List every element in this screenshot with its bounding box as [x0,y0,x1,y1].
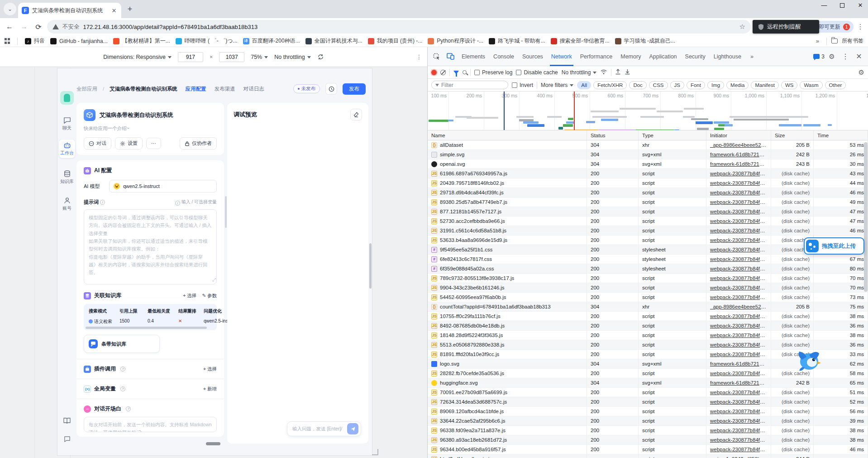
devtools-scrollbar[interactable] [864,142,868,292]
history-button[interactable] [325,83,337,95]
initiator-link[interactable]: webpack-230877b84f0c6e7c.js [710,228,767,233]
network-throttling-select[interactable]: No throttling [562,69,597,76]
variables-add-action[interactable]: + 新增 [203,386,217,392]
network-row[interactable]: {}allDataset304xhr_app-8986ee4beee52326.… [428,140,868,150]
user-avatar[interactable] [60,91,74,105]
network-row[interactable]: #6fe82413c6c7817f.css200stylesheetwebpac… [428,255,868,264]
filter-pill-media[interactable]: Media [726,81,749,89]
bookmark-item[interactable]: GitHub - fanjianha... [48,38,110,44]
browser-tab[interactable]: F 艾滋病条带检测自动识别系统 ✕ [18,3,121,18]
filter-pill-all[interactable]: All [577,81,591,89]
sidebar-item-robot[interactable]: 工作台 [59,140,75,158]
filter-pill-css[interactable]: CSS [649,81,668,89]
network-overview-waterfall[interactable]: 100 ms200 ms300 ms400 ms500 ms600 ms700 … [428,92,868,130]
network-row[interactable]: JS789c9732-805513f8e3938c17.js200scriptw… [428,274,868,283]
filter-pill-other[interactable]: Other [825,81,846,89]
initiator-link[interactable]: webpack-230877b84f0c6e7c.js [710,428,767,433]
address-bar[interactable]: 不安全 172.21.48.16:3000/app/detail?appId=6… [47,20,751,34]
bookmark-item[interactable]: 我的项目 (贵州) -... [365,37,425,45]
zoom-select[interactable]: 75% [251,54,268,60]
bookmarks-overflow-chevron[interactable]: » [813,38,822,44]
import-har-icon[interactable] [615,68,621,76]
bookmark-item[interactable]: 学习猿地 -成就自己... [612,37,678,45]
maximize-button[interactable] [837,2,847,9]
initiator-link[interactable]: webpack-230877b84f0c6e7c.js [710,218,767,224]
filter-pill-ws[interactable]: WS [781,81,798,89]
sidebar-item-db[interactable]: 知识库 [59,170,75,185]
back-button[interactable]: ← [4,21,15,33]
initiator-link[interactable]: webpack-230877b84f0c6e7c.js [710,247,767,252]
column-header-time[interactable]: Time [814,130,868,140]
bookmark-star-icon[interactable]: ☆ [739,23,745,31]
devtools-tabs-overflow[interactable]: » [746,47,758,66]
opening-textarea[interactable]: 每次对话开始前，发送一个初始内容。支持标准 Markdown 语法，可使用的额外… [84,417,217,432]
disable-cache-checkbox[interactable]: Disable cache [516,69,558,76]
bookmark-item[interactable]: 全国计算机技术与... [303,37,365,45]
sidebar-item-user[interactable]: 账号 [59,197,75,212]
initiator-link[interactable]: webpack-230877b84f0c6e7c.js [710,333,767,338]
dataset-item[interactable]: 条带知识库 [84,335,160,353]
network-table-header[interactable]: NameStatusTypeInitiatorSizeTime [428,130,868,140]
bookmark-item[interactable]: 哔哩哔哩 ( ゜- ゜)つ... [173,37,240,45]
publish-button[interactable]: 发布 [343,83,366,95]
new-tab-button[interactable]: + [124,3,136,15]
bookmark-item[interactable]: 【教材精讲】第一... [110,37,173,45]
close-button[interactable]: ✕ [855,2,865,9]
clear-chat-button[interactable] [350,109,362,121]
network-row[interactable]: JS89069.120afbcd4ac1bfde.js200scriptwebp… [428,407,868,416]
page-vertical-scrollbar[interactable] [369,243,372,289]
network-row[interactable]: JS89380.25d57a8b47749eb7.js200scriptwebp… [428,198,868,207]
page-horizontal-scrollbar[interactable] [206,442,220,445]
filter-pill-manifest[interactable]: Manifest [751,81,778,89]
initiator-link[interactable]: webpack-230877b84f0c6e7c.js [710,323,767,328]
network-row[interactable]: JS8492-087685db0b4e18db.js200scriptwebpa… [428,321,868,331]
search-icon[interactable] [463,70,467,74]
network-row[interactable]: JS96338.fd09ea2a711a837e.js200scriptwebp… [428,426,868,435]
minimize-button[interactable]: — [819,2,829,9]
browser-menu-kebab-icon[interactable]: ⋮ [856,23,864,31]
initiator-link[interactable]: webpack-230877b84f0c6e7c.js [710,266,767,271]
column-header-initiator[interactable]: Initiator [706,130,771,140]
dimensions-select[interactable]: Dimensions: Responsive [103,54,172,60]
viewport-height-input[interactable]: 1037 [219,52,244,62]
prompt-textarea[interactable]: 模型固定的引导词，通过调整该内容，可以引导模型聊天方向。该内容会被固定在上下文的… [84,209,217,284]
dataset-params-action[interactable]: ✎ 参数 [202,293,217,299]
throttling-select[interactable]: No throttling [274,54,310,60]
filter-pill-js[interactable]: JS [670,81,684,89]
reload-button[interactable]: ⟳ [33,21,44,33]
bookmark-item[interactable]: 译百度翻译-200种语... [240,37,303,45]
devtools-close-icon[interactable]: ✕ [853,51,865,63]
settings-button[interactable]: 设置 [115,137,143,149]
apps-grid-icon[interactable] [5,38,11,44]
initiator-link[interactable]: webpack-230877b84f0c6e7c.js [710,285,767,290]
devtools-tab-security[interactable]: Security [681,47,710,66]
expand-icon[interactable]: ⤢ [212,277,216,282]
viewport-resize-grip[interactable] [372,449,378,455]
collaborator-button[interactable]: 仅协作者 [180,137,217,149]
initiator-link[interactable]: webpack-230877b84f0c6e7c.js [710,275,767,281]
devtools-kebab-icon[interactable]: ⋮ [839,51,852,63]
network-row[interactable]: JS53633.b4aa8a9696de15d9.js200scriptwebp… [428,236,868,245]
tab-close-icon[interactable]: ✕ [110,7,118,14]
send-button[interactable] [347,423,358,434]
network-row[interactable]: huggingface.svg304svg+xmlframework-61d8b… [428,378,868,388]
network-row[interactable]: JS20439.795718f8146fcb02.js200scriptwebp… [428,178,868,188]
export-har-icon[interactable] [625,68,630,76]
devtools-tab-lighthouse[interactable]: Lighthouse [710,47,745,66]
filter-pill-img[interactable]: Img [707,81,724,89]
all-bookmarks-label[interactable]: 所有书签 [842,37,863,45]
network-row[interactable]: JS33644.22cae52af295b6c6.js200scriptwebp… [428,416,868,426]
bookmark-item[interactable]: ♪抖音 [22,37,48,45]
toggle-device-toolbar-icon[interactable] [444,51,457,63]
initiator-link[interactable]: _app-8986ee4beee52326.js:35 [710,304,767,309]
tab-app-config[interactable]: 应用配置 [186,86,206,92]
initiator-link[interactable]: webpack-230877b84f0c6e7c.js [710,390,767,395]
tab-publish-channel[interactable]: 发布渠道 [215,86,235,92]
initiator-link[interactable]: framework-61d8b7214f67f72f. [710,361,767,366]
initiator-link[interactable]: webpack-230877b84f0c6e7c.js [710,237,767,243]
rotate-viewport-icon[interactable] [317,53,324,60]
bookmark-item[interactable]: Python程序设计 -... [425,37,486,45]
network-row[interactable]: JS61986.6897a6769349957a.js200scriptwebp… [428,169,868,178]
devtools-settings-icon[interactable]: ⚙ [825,51,838,63]
network-row[interactable]: JS18148.28d9f5224f3f3635.js200scriptwebp… [428,331,868,340]
